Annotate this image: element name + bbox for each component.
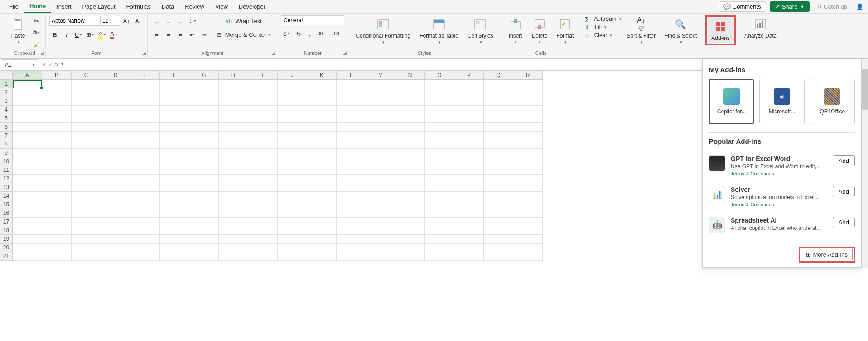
col-header[interactable]: O [425,71,454,80]
cell[interactable] [484,132,513,140]
col-header[interactable]: K [307,71,337,80]
cell[interactable] [13,192,42,200]
cell[interactable] [42,252,72,261]
row-header[interactable]: 7 [0,132,13,140]
align-center-button[interactable]: ≡ [163,29,174,40]
cell[interactable] [307,149,337,157]
row-header[interactable]: 1 [0,80,13,88]
border-button[interactable]: ⊞▾ [85,29,96,40]
tab-file[interactable]: File [4,1,24,12]
cell[interactable] [366,80,395,88]
cell[interactable] [454,226,484,235]
cell[interactable] [160,88,189,97]
cell[interactable] [219,157,248,166]
cell[interactable] [101,166,130,175]
cell[interactable] [513,157,543,166]
cell[interactable] [160,80,189,88]
decrease-decimal-button[interactable]: ←.00 [328,28,339,39]
cell[interactable] [189,226,219,235]
row-header[interactable]: 13 [0,183,13,192]
cell[interactable] [189,209,219,218]
cell[interactable] [42,80,72,88]
add-button[interactable]: Add [833,186,855,197]
dialog-launcher-icon[interactable]: ◢ [40,50,44,55]
cell[interactable] [101,244,130,252]
clear-button[interactable]: ◇ Clear▾ [585,32,621,39]
cell[interactable] [101,218,130,226]
cell[interactable] [189,175,219,183]
fill-color-button[interactable]: ◇▾ [96,29,107,40]
cell[interactable] [189,88,219,97]
cell[interactable] [219,252,248,261]
cell[interactable] [484,106,513,114]
cell[interactable] [101,97,130,106]
accept-formula-icon[interactable]: ✓ [48,62,53,68]
cell[interactable] [425,140,454,149]
cell[interactable] [454,80,484,88]
cell[interactable] [160,114,189,123]
cell[interactable] [42,97,72,106]
cell[interactable] [395,252,425,261]
comments-button[interactable]: 💬Comments [719,1,766,12]
cell[interactable] [101,175,130,183]
col-header[interactable]: I [248,71,278,80]
cut-button[interactable]: ✂ [31,15,42,26]
row-header[interactable]: 20 [0,244,13,252]
cell[interactable] [513,209,543,218]
row-header[interactable]: 15 [0,200,13,209]
cell[interactable] [337,252,366,261]
cell[interactable] [189,157,219,166]
cell[interactable] [425,106,454,114]
cell[interactable] [278,200,307,209]
cell[interactable] [130,97,160,106]
cell[interactable] [278,218,307,226]
add-button[interactable]: Add [833,155,855,166]
cell[interactable] [337,218,366,226]
cell[interactable] [72,218,101,226]
cell[interactable] [425,200,454,209]
cell[interactable] [13,149,42,157]
row-header[interactable]: 5 [0,114,13,123]
cell[interactable] [395,200,425,209]
cell[interactable] [278,235,307,244]
cell[interactable] [366,209,395,218]
cell[interactable] [42,235,72,244]
cell[interactable] [366,192,395,200]
cell[interactable] [366,200,395,209]
cell[interactable] [425,244,454,252]
cell[interactable] [484,166,513,175]
cell[interactable] [42,166,72,175]
cell[interactable] [42,209,72,218]
cell[interactable] [219,235,248,244]
cell[interactable] [337,235,366,244]
cell[interactable] [219,175,248,183]
cell[interactable] [278,114,307,123]
addin-tile-qr4office[interactable]: QR4Office [810,79,855,124]
cell[interactable] [366,132,395,140]
select-all-corner[interactable] [0,71,13,80]
cell[interactable] [337,200,366,209]
cell[interactable] [425,114,454,123]
cell[interactable] [219,132,248,140]
cell[interactable] [337,106,366,114]
col-header[interactable]: D [101,71,130,80]
cell[interactable] [160,97,189,106]
row-header[interactable]: 9 [0,149,13,157]
cell[interactable] [337,192,366,200]
cell[interactable] [13,123,42,132]
cell[interactable] [278,106,307,114]
cell[interactable] [13,114,42,123]
cell[interactable] [248,226,278,235]
increase-indent-button[interactable]: ⇥ [198,29,209,40]
cell[interactable] [337,166,366,175]
cell[interactable] [337,157,366,166]
cell[interactable] [219,192,248,200]
cell[interactable] [454,123,484,132]
cell[interactable] [425,80,454,88]
cell[interactable] [337,209,366,218]
row-header[interactable]: 17 [0,218,13,226]
cell[interactable] [160,132,189,140]
cell[interactable] [219,200,248,209]
cell[interactable] [189,123,219,132]
cell[interactable] [425,88,454,97]
